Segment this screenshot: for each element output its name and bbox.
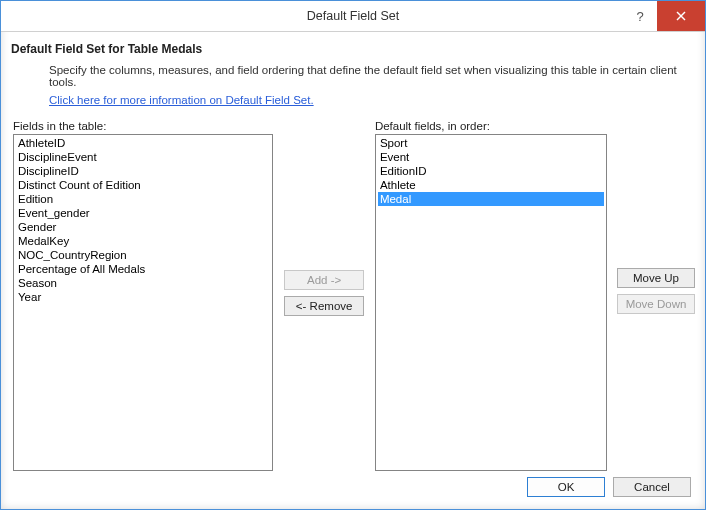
close-icon xyxy=(676,11,686,21)
list-item[interactable]: DisciplineEvent xyxy=(16,150,270,164)
main-area: Fields in the table: AthleteIDDiscipline… xyxy=(11,120,695,471)
fields-listbox[interactable]: AthleteIDDisciplineEventDisciplineIDDist… xyxy=(13,134,273,471)
fields-column: Fields in the table: AthleteIDDiscipline… xyxy=(13,120,273,471)
title-bar: Default Field Set ? xyxy=(1,1,705,32)
remove-button[interactable]: <- Remove xyxy=(284,296,364,316)
close-button[interactable] xyxy=(657,1,705,31)
list-item[interactable]: Edition xyxy=(16,192,270,206)
list-item[interactable]: Gender xyxy=(16,220,270,234)
dialog-body: Default Field Set for Table Medals Speci… xyxy=(1,32,705,509)
window-title: Default Field Set xyxy=(307,9,399,23)
ok-button[interactable]: OK xyxy=(527,477,605,497)
list-item[interactable]: Medal xyxy=(378,192,605,206)
list-item[interactable]: Distinct Count of Edition xyxy=(16,178,270,192)
move-up-button[interactable]: Move Up xyxy=(617,268,695,288)
header-text: Default Field Set for Table Medals xyxy=(11,42,695,56)
default-fields-column: Default fields, in order: SportEventEdit… xyxy=(375,120,608,471)
move-down-button[interactable]: Move Down xyxy=(617,294,695,314)
list-item[interactable]: AthleteID xyxy=(16,136,270,150)
transfer-buttons: Add -> <- Remove xyxy=(279,120,368,471)
list-item[interactable]: Athlete xyxy=(378,178,605,192)
default-fields-label: Default fields, in order: xyxy=(375,120,608,132)
order-buttons: Move Up Move Down xyxy=(615,120,695,471)
window-controls: ? xyxy=(623,1,705,31)
list-item[interactable]: Season xyxy=(16,276,270,290)
help-button[interactable]: ? xyxy=(623,1,657,31)
more-info-link[interactable]: Click here for more information on Defau… xyxy=(49,94,695,106)
dialog-footer: OK Cancel xyxy=(11,471,695,499)
list-item[interactable]: Event xyxy=(378,150,605,164)
list-item[interactable]: DisciplineID xyxy=(16,164,270,178)
default-fields-listbox[interactable]: SportEventEditionIDAthleteMedal xyxy=(375,134,608,471)
list-item[interactable]: Sport xyxy=(378,136,605,150)
list-item[interactable]: NOC_CountryRegion xyxy=(16,248,270,262)
list-item[interactable]: Percentage of All Medals xyxy=(16,262,270,276)
dialog-window: Default Field Set ? Default Field Set fo… xyxy=(0,0,706,510)
list-item[interactable]: Year xyxy=(16,290,270,304)
add-button[interactable]: Add -> xyxy=(284,270,364,290)
list-item[interactable]: Event_gender xyxy=(16,206,270,220)
list-item[interactable]: MedalKey xyxy=(16,234,270,248)
description-text: Specify the columns, measures, and field… xyxy=(49,64,695,88)
fields-label: Fields in the table: xyxy=(13,120,273,132)
cancel-button[interactable]: Cancel xyxy=(613,477,691,497)
list-item[interactable]: EditionID xyxy=(378,164,605,178)
